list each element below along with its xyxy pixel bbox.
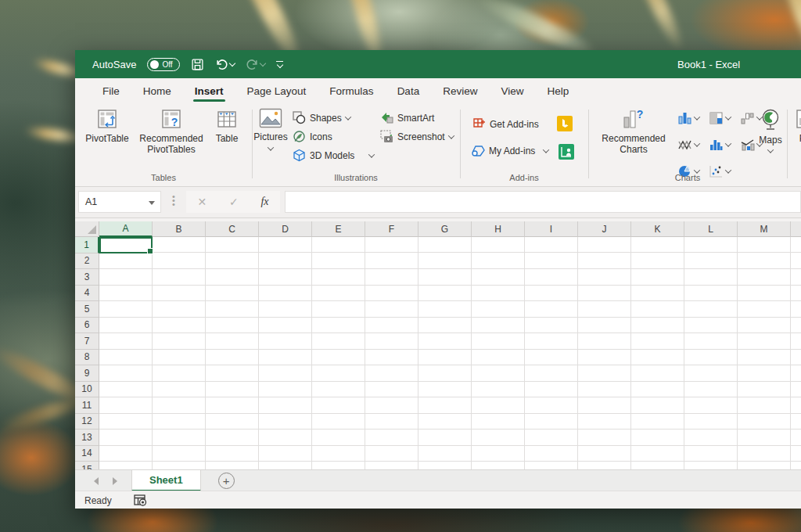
addins-group-label: Add-ins (460, 173, 588, 182)
column-header-D[interactable]: D (259, 221, 312, 237)
row-header-11[interactable]: 11 (75, 397, 99, 414)
insert-function-button[interactable]: fx (260, 196, 268, 208)
plus-icon: + (223, 475, 230, 487)
autosave-label: AutoSave (92, 59, 136, 70)
sheet-tab-label: Sheet1 (149, 474, 183, 486)
insert-line-chart-button[interactable] (677, 138, 699, 152)
insert-hierarchy-chart-button[interactable] (709, 111, 731, 125)
column-header-J[interactable]: J (578, 221, 631, 237)
table-icon (216, 108, 238, 130)
shapes-button[interactable]: Shapes (293, 111, 350, 124)
smartart-button[interactable]: SmartArt (380, 111, 434, 124)
column-chart-icon (677, 111, 692, 125)
row-header-12[interactable]: 12 (75, 414, 99, 430)
shapes-dropdown-icon (344, 113, 350, 120)
name-box[interactable]: A1 (78, 191, 161, 213)
row-header-10[interactable]: 10 (75, 382, 99, 398)
column-header-G[interactable]: G (418, 221, 472, 237)
column-header-M[interactable]: M (738, 221, 791, 237)
sheet-tab-sheet1[interactable]: Sheet1 (131, 470, 201, 491)
maps-button[interactable]: Maps (754, 108, 787, 153)
my-addins-icon (471, 144, 485, 157)
row-header-9[interactable]: 9 (75, 365, 99, 382)
insert-column-chart-button[interactable] (677, 111, 699, 125)
redo-button (246, 58, 265, 71)
tab-help[interactable]: Help (535, 79, 580, 104)
people-graph-addin-button[interactable] (559, 144, 574, 160)
recommended-pivottables-button[interactable]: ? Recommended PivotTables (135, 108, 208, 155)
table-button[interactable]: Table (210, 108, 244, 144)
column-header-F[interactable]: F (365, 221, 418, 237)
row-header-6[interactable]: 6 (75, 318, 99, 334)
pictures-dropdown-icon (268, 144, 274, 150)
select-all-button[interactable] (75, 221, 99, 237)
column-header-L[interactable]: L (684, 221, 738, 237)
column-header-H[interactable]: H (472, 221, 525, 237)
row-header-15[interactable]: 15 (75, 462, 99, 469)
redo-icon (246, 58, 259, 71)
recommended-charts-button[interactable]: ? Recommended Charts (593, 108, 674, 155)
tab-review[interactable]: Review (431, 79, 489, 104)
insert-statistic-chart-button[interactable] (709, 138, 731, 152)
column-header-E[interactable]: E (312, 221, 365, 237)
undo-button[interactable] (215, 58, 235, 71)
column-header-N[interactable]: N (791, 221, 801, 237)
bing-maps-addin-button[interactable] (557, 116, 573, 131)
screenshot-button[interactable]: Screenshot (380, 130, 454, 143)
pivottable-button[interactable]: PivotTable (83, 108, 131, 144)
column-header-C[interactable]: C (206, 221, 259, 237)
pivotchart-button[interactable]: Piv (790, 108, 801, 144)
3d-models-button[interactable]: 3D Models (293, 149, 374, 162)
column-header-A[interactable]: A (99, 221, 153, 237)
row-header-14[interactable]: 14 (75, 446, 99, 462)
bing-addin-icon (557, 116, 573, 131)
prev-sheet-icon[interactable] (94, 477, 99, 485)
column-header-B[interactable]: B (153, 221, 206, 237)
undo-dropdown-icon[interactable] (229, 59, 235, 66)
selected-cell-a1[interactable] (99, 237, 153, 253)
statistic-chart-icon (709, 138, 724, 152)
tab-page-layout[interactable]: Page Layout (235, 79, 318, 104)
row-header-7[interactable]: 7 (75, 333, 99, 350)
macro-record-icon[interactable] (134, 494, 148, 507)
my-addins-button[interactable]: My Add-ins (471, 144, 548, 157)
shapes-icon (293, 111, 306, 124)
tab-formulas[interactable]: Formulas (318, 79, 385, 104)
autosave-toggle[interactable]: Off (147, 58, 180, 71)
icons-icon (293, 130, 306, 143)
fill-handle[interactable] (147, 248, 153, 254)
tab-insert[interactable]: Insert (183, 79, 235, 104)
row-header-1[interactable]: 1 (75, 237, 99, 253)
customize-qat-button[interactable] (276, 61, 283, 67)
next-sheet-icon[interactable] (113, 477, 117, 485)
column-header-K[interactable]: K (631, 221, 684, 237)
tab-home[interactable]: Home (131, 79, 183, 104)
pictures-button[interactable]: Pictures (253, 108, 288, 151)
maps-globe-icon (759, 108, 782, 131)
my-addins-dropdown-icon (543, 146, 549, 153)
name-box-dropdown-icon[interactable] (149, 201, 155, 205)
statistic-chart-dropdown-icon (725, 140, 731, 146)
row-header-2[interactable]: 2 (75, 253, 99, 270)
row-header-13[interactable]: 13 (75, 430, 99, 446)
spreadsheet-grid[interactable] (99, 237, 801, 469)
tab-file[interactable]: File (91, 79, 131, 104)
new-sheet-button[interactable]: + (218, 473, 235, 489)
charts-group-label: Charts (588, 173, 787, 182)
formula-bar-grip-icon[interactable]: ••• (172, 195, 175, 210)
column-header-I[interactable]: I (525, 221, 578, 237)
tab-data[interactable]: Data (386, 79, 432, 104)
3d-models-dropdown-icon (368, 151, 375, 157)
window-title: Book1 - Excel (677, 50, 740, 78)
formula-input[interactable] (285, 191, 801, 213)
illustrations-group-label: Illustrations (252, 173, 460, 182)
icons-button[interactable]: Icons (293, 130, 332, 143)
row-header-5[interactable]: 5 (75, 301, 99, 318)
row-header-3[interactable]: 3 (75, 269, 99, 286)
row-header-8[interactable]: 8 (75, 350, 99, 366)
save-button[interactable] (191, 58, 204, 71)
tab-view[interactable]: View (489, 79, 535, 104)
formula-bar: A1 ••• ✕ ✓ fx (75, 187, 801, 218)
get-addins-button[interactable]: Get Add-ins (472, 117, 539, 131)
row-header-4[interactable]: 4 (75, 286, 99, 302)
